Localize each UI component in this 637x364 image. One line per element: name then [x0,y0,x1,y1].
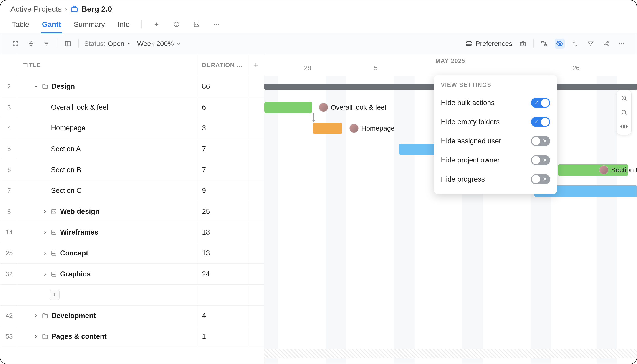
task-row[interactable]: 25Concept13 [0,243,264,264]
chevron-right-icon[interactable] [33,334,39,339]
row-duration[interactable]: 24 [197,264,248,284]
share-icon[interactable] [601,39,611,49]
view-settings-popover: VIEW SETTINGS Hide bulk actions✓Hide emp… [434,75,557,194]
col-duration[interactable]: DURATION … [197,54,248,76]
fullscreen-icon[interactable] [10,39,20,49]
folder-icon [42,312,48,319]
toggle-switch[interactable]: ✕ [531,174,550,184]
task-row[interactable]: 53Pages & content1 [0,326,264,347]
chevron-right-icon[interactable] [42,209,48,214]
task-row[interactable]: 14Wireframes18 [0,222,264,243]
row-duration[interactable]: 25 [197,201,248,222]
chevron-right-icon: › [65,4,67,14]
toggle-switch[interactable]: ✓ [531,117,550,127]
row-duration[interactable]: 4 [197,306,248,326]
row-title-cell[interactable]: Web design [18,201,197,222]
row-duration[interactable]: 86 [197,76,248,97]
row-duration[interactable]: 1 [197,326,248,347]
zoom-out-button[interactable] [619,108,629,118]
chevron-right-icon[interactable] [33,313,39,318]
fit-to-screen-button[interactable] [619,122,629,132]
status-filter[interactable]: Status: Open [84,40,132,48]
collapse-vertical-icon[interactable] [26,39,36,49]
col-title[interactable]: TITLE [18,54,197,76]
filter-icon[interactable] [586,39,596,49]
chevron-down-icon[interactable] [33,84,39,89]
row-duration[interactable]: 6 [197,97,248,118]
task-row[interactable]: 6Section B7 [0,160,264,180]
toggle-switch[interactable]: ✓ [531,98,550,108]
svg-point-5 [218,24,219,25]
task-row[interactable] [0,284,264,306]
row-title-cell[interactable]: Section A [18,139,197,160]
row-title-cell[interactable]: Pages & content [18,326,197,347]
col-rownum [0,54,18,76]
more-icon[interactable] [616,39,626,49]
setting-label: Hide empty folders [441,118,500,126]
filter-rows-icon[interactable] [42,39,52,49]
preferences-button[interactable]: Preferences [466,40,512,48]
zoom-in-button[interactable] [619,93,629,103]
add-column-button[interactable] [248,54,264,76]
task-row[interactable]: 3Overall look & feel6 [0,97,264,118]
task-bar-section-a[interactable] [399,144,439,155]
camera-icon[interactable] [518,39,528,49]
row-title-cell[interactable]: Wireframes [18,222,197,243]
task-row[interactable]: 7Section C9 [0,180,264,201]
dependency-arrow-icon [312,113,316,124]
row-duration[interactable]: 18 [197,222,248,243]
chevron-down-icon [176,41,181,46]
task-row[interactable]: 5Section A7 [0,139,264,160]
weekend-stripe [326,76,346,364]
task-bar-overall[interactable] [264,102,312,113]
breadcrumb-parent[interactable]: Active Projects [10,4,62,14]
svg-point-3 [214,24,215,25]
toggle-switch[interactable]: ✕ [531,136,550,146]
visibility-icon[interactable] [555,39,565,49]
tab-gantt[interactable]: Gantt [41,16,62,33]
zoom-selector[interactable]: Week 200% [137,40,181,48]
row-duration[interactable]: 7 [197,160,248,180]
task-bar-homepage[interactable] [313,122,342,134]
row-title-cell[interactable]: Section B [18,160,197,180]
row-title-cell[interactable]: Homepage [18,118,197,138]
weekend-stripe [394,76,414,364]
status-label: Status: [84,40,105,48]
add-row-button[interactable] [50,290,60,300]
chevron-right-icon[interactable] [42,251,48,256]
row-title-cell[interactable]: Concept [18,243,197,264]
dependencies-icon[interactable] [539,39,549,49]
tab-summary[interactable]: Summary [72,16,106,33]
task-row[interactable]: 8Web design25 [0,201,264,222]
row-duration[interactable]: 3 [197,118,248,138]
row-duration[interactable]: 9 [197,180,248,201]
task-row[interactable]: 42Development4 [0,306,264,326]
row-title-cell[interactable]: Overall look & feel [18,97,197,118]
row-number: 32 [0,264,18,284]
more-icon[interactable] [212,19,222,29]
tab-table[interactable]: Table [10,16,31,33]
panel-toggle-icon[interactable] [63,39,73,49]
emoji-icon[interactable] [172,19,182,29]
row-duration[interactable]: 7 [197,139,248,160]
view-setting-row: Hide assigned user✕ [441,132,550,150]
toggle-switch[interactable]: ✕ [531,155,550,165]
weekend-stripe [264,76,278,364]
row-title-cell[interactable]: Section C [18,180,197,201]
sort-icon[interactable] [570,39,580,49]
task-row[interactable]: 32Graphics24 [0,264,264,284]
chevron-right-icon[interactable] [42,230,48,235]
row-title-cell[interactable]: Graphics [18,264,197,284]
row-duration[interactable]: 13 [197,243,248,264]
image-icon[interactable] [192,19,202,29]
add-tab-button[interactable] [152,19,162,29]
chevron-right-icon[interactable] [42,272,48,277]
task-row[interactable]: 2Design86 [0,76,264,97]
row-title-cell[interactable]: Development [18,306,197,326]
image-icon [51,271,57,277]
tab-info[interactable]: Info [116,16,131,33]
row-title-cell[interactable]: Design [18,76,197,97]
task-row[interactable]: 4Homepage3 [0,118,264,139]
task-title: Concept [60,249,88,257]
folder-icon [42,83,48,90]
